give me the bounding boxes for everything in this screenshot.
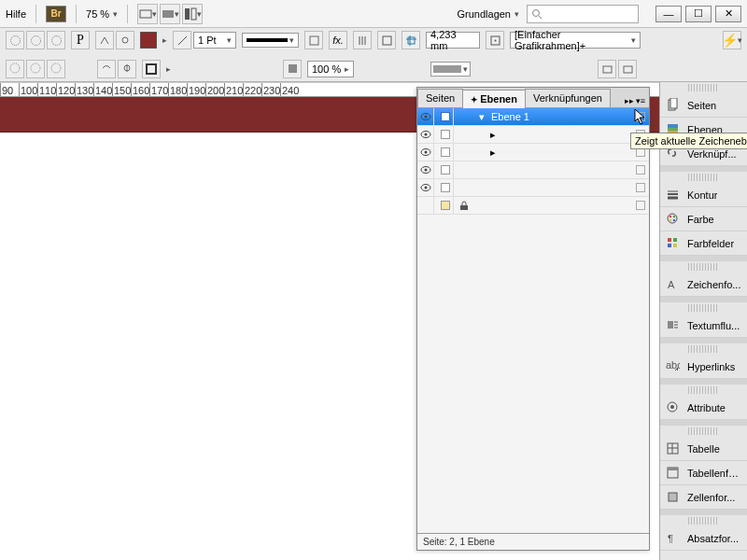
svg-rect-27 xyxy=(603,66,612,73)
svg-point-50 xyxy=(673,216,676,218)
svg-point-8 xyxy=(51,35,61,45)
visibility-toggle[interactable] xyxy=(417,179,434,197)
cursor-icon xyxy=(634,108,647,125)
svg-point-22 xyxy=(31,63,40,73)
fit-content[interactable]: ▾ xyxy=(430,62,471,77)
svg-rect-28 xyxy=(624,66,632,73)
anchor-2[interactable] xyxy=(116,31,134,49)
layer-row[interactable]: ▸ xyxy=(417,126,649,144)
quick-apply-button[interactable]: ⚡▾ xyxy=(723,31,741,49)
disclosure-triangle[interactable]: ▸ xyxy=(488,147,498,159)
app-topbar: Hilfe Br 75 %▾ ▾ ▾ ▾ Grundlagen ▾ — ☐ ✕ xyxy=(0,0,747,28)
target-square[interactable] xyxy=(636,165,645,175)
path-ops[interactable] xyxy=(6,31,65,49)
visibility-toggle[interactable] xyxy=(417,197,434,215)
text-icon[interactable]: P xyxy=(71,31,90,49)
corner-opts[interactable] xyxy=(304,31,323,49)
svg-rect-39 xyxy=(460,205,468,210)
visibility-toggle[interactable] xyxy=(417,126,434,144)
dock-item-pages[interactable]: Seiten xyxy=(660,93,747,118)
tooltip: Zeigt aktuelle Zeicheneben xyxy=(630,133,747,149)
dock-item-stroke[interactable]: Kontur xyxy=(660,183,747,207)
tab-verknuepfungen[interactable]: Verknüpfungen xyxy=(525,89,611,107)
visibility-toggle[interactable] xyxy=(417,144,434,161)
color-icon xyxy=(666,212,680,226)
selection-square[interactable] xyxy=(437,197,454,215)
panel-collapse-icon[interactable]: ▸▸ xyxy=(625,96,634,105)
target-square[interactable] xyxy=(636,201,645,210)
svg-point-48 xyxy=(668,214,677,223)
maximize-button[interactable]: ☐ xyxy=(685,6,712,22)
opacity-field[interactable]: 100 %▸ xyxy=(307,61,354,77)
layer-row[interactable] xyxy=(417,161,649,179)
dock-item-swatches[interactable]: Farbfelder xyxy=(660,231,747,256)
text-col[interactable] xyxy=(353,31,372,49)
para-icon: ¶ xyxy=(666,531,680,545)
target-square[interactable] xyxy=(636,183,645,192)
svg-rect-54 xyxy=(673,238,677,242)
fill-swatch[interactable] xyxy=(140,32,157,49)
disclosure-triangle[interactable]: ▸ xyxy=(488,129,498,141)
svg-rect-44 xyxy=(668,124,678,128)
view-mode-2-button[interactable]: ▾ xyxy=(160,4,180,24)
dock-label: Farbe xyxy=(687,214,714,225)
selection-square[interactable] xyxy=(437,144,454,161)
bridge-button[interactable]: Br xyxy=(46,6,66,22)
svg-rect-53 xyxy=(668,238,671,242)
selection-square[interactable] xyxy=(437,161,454,179)
close-button[interactable]: ✕ xyxy=(715,6,741,22)
dock-item-wrap[interactable]: Textumflu... xyxy=(660,314,747,338)
svg-rect-16 xyxy=(408,37,415,44)
layer-row[interactable]: ▸ xyxy=(417,144,649,161)
help-menu[interactable]: Hilfe xyxy=(6,8,26,20)
panel-dock: SeitenEbenenVerknüpf...KonturFarbeFarbfe… xyxy=(659,82,747,560)
stroke-weight-field[interactable]: 1 Pt▾ xyxy=(193,32,236,49)
frame-width-field[interactable]: 4,233 mm xyxy=(426,32,480,49)
arrange-button[interactable]: ▾ xyxy=(182,4,203,24)
visibility-toggle[interactable] xyxy=(417,108,434,126)
cellf-icon xyxy=(666,490,680,504)
zoom-level[interactable]: 75 %▾ xyxy=(86,8,118,20)
tab-seiten[interactable]: Seiten xyxy=(417,89,463,107)
dock-item-para[interactable]: ¶Absatzfor... xyxy=(660,526,747,551)
dock-item-color[interactable]: Farbe xyxy=(660,207,747,231)
dock-item-table[interactable]: Tabelle xyxy=(660,437,747,461)
selection-square[interactable] xyxy=(437,179,454,197)
dock-label: Textumflu... xyxy=(687,320,740,331)
svg-point-9 xyxy=(122,37,128,43)
selection-square[interactable] xyxy=(437,108,454,126)
dock-item-cellf[interactable]: Zellenfor... xyxy=(660,485,747,510)
dock-item-hyper[interactable]: abcHyperlinks xyxy=(660,355,747,379)
dock-item-tablef[interactable]: Tabellenfo... xyxy=(660,461,747,485)
effects-button[interactable]: fx. xyxy=(329,31,347,49)
lib-1[interactable] xyxy=(598,60,616,78)
frame-style-field[interactable]: [Einfacher Grafikrahmen]+▾ xyxy=(510,32,641,49)
dock-item-attr[interactable]: Attribute xyxy=(660,396,747,420)
svg-rect-58 xyxy=(668,321,673,329)
view-mode-1-button[interactable]: ▾ xyxy=(137,4,158,24)
anchor-1[interactable] xyxy=(95,31,114,49)
selection-square[interactable] xyxy=(437,126,454,144)
stroke-swatch[interactable] xyxy=(142,60,161,78)
minimize-button[interactable]: — xyxy=(655,6,682,22)
workspace-switcher[interactable]: Grundlagen ▾ xyxy=(458,8,520,20)
layer-row[interactable] xyxy=(417,197,649,215)
svg-rect-15 xyxy=(383,36,391,45)
layer-row[interactable] xyxy=(417,179,649,197)
dock-label: Verknüpf... xyxy=(687,148,737,160)
lib-2[interactable] xyxy=(618,60,637,78)
svg-rect-26 xyxy=(289,64,297,73)
svg-rect-56 xyxy=(673,244,677,247)
disclosure-triangle[interactable]: ▾ xyxy=(477,111,486,123)
visibility-toggle[interactable] xyxy=(417,161,434,179)
tab-ebenen[interactable]: ✦Ebenen xyxy=(462,90,526,108)
dock-item-char[interactable]: AZeichenfo... xyxy=(660,273,747,297)
stroke-style[interactable]: ▾ xyxy=(242,33,299,48)
crop-icon[interactable] xyxy=(402,31,420,49)
hyper-icon: abc xyxy=(666,359,680,373)
svg-point-34 xyxy=(424,151,427,154)
svg-rect-3 xyxy=(191,8,196,20)
panel-menu-icon[interactable]: ▾≡ xyxy=(636,96,645,105)
layer-row[interactable]: ▾Ebene 1 xyxy=(417,108,649,126)
search-input[interactable] xyxy=(527,5,639,23)
